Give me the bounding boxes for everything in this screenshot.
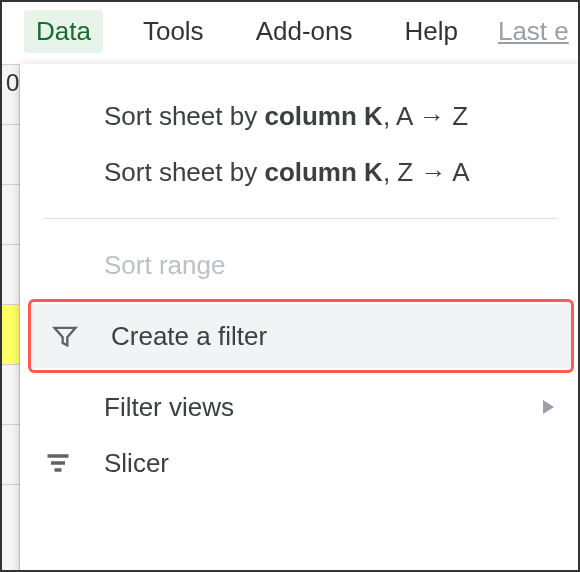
cell-partial: [2, 364, 19, 424]
menu-sort-range: Sort range: [20, 237, 580, 293]
cell-partial-yellow: [2, 304, 19, 364]
cell-partial: [2, 244, 19, 304]
filter-icon: [51, 322, 111, 350]
spreadsheet-background: 0: [2, 64, 20, 572]
menu-sort-az-label: Sort sheet by column K, A → Z: [104, 101, 554, 132]
cell-partial: 0: [2, 64, 19, 124]
menu-divider: [44, 218, 558, 219]
menu-addons[interactable]: Add-ons: [244, 10, 365, 53]
last-edit-link[interactable]: Last e: [498, 16, 569, 47]
menu-tools[interactable]: Tools: [131, 10, 216, 53]
cell-partial: [2, 184, 19, 244]
cell-partial: [2, 484, 19, 544]
cell-partial: [2, 124, 19, 184]
menu-filter-views-label: Filter views: [104, 392, 524, 423]
menu-sort-range-label: Sort range: [104, 250, 554, 281]
menubar: Data Tools Add-ons Help Last e: [2, 2, 578, 61]
menu-filter-views[interactable]: Filter views: [20, 379, 580, 435]
menu-create-filter[interactable]: Create a filter: [31, 304, 571, 368]
submenu-arrow-icon: [524, 400, 554, 414]
menu-slicer[interactable]: Slicer: [20, 435, 580, 491]
menu-slicer-label: Slicer: [104, 448, 554, 479]
menu-sort-za[interactable]: Sort sheet by column K, Z → A: [20, 144, 580, 200]
cell-partial: [2, 424, 19, 484]
data-dropdown-menu: Sort sheet by column K, A → Z Sort sheet…: [20, 64, 580, 572]
slicer-icon: [44, 449, 104, 477]
highlight-box: Create a filter: [28, 299, 574, 373]
menu-sort-za-label: Sort sheet by column K, Z → A: [104, 157, 554, 188]
menu-data[interactable]: Data: [24, 10, 103, 53]
menu-create-filter-label: Create a filter: [111, 321, 543, 352]
menu-help[interactable]: Help: [392, 10, 469, 53]
menu-sort-az[interactable]: Sort sheet by column K, A → Z: [20, 88, 580, 144]
